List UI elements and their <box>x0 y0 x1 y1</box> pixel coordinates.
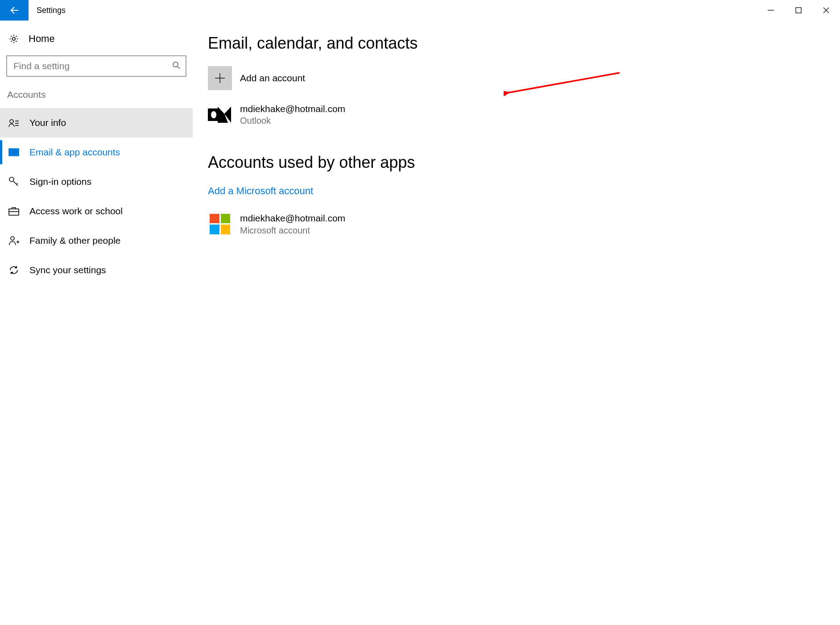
add-account-label: Add an account <box>240 73 305 83</box>
title-bar: Settings <box>0 0 840 21</box>
sidebar-item-label: Family & other people <box>29 235 120 246</box>
minimize-button[interactable] <box>757 0 785 21</box>
sidebar-item-access-work-school[interactable]: Access work or school <box>0 196 193 226</box>
search-icon <box>172 61 180 69</box>
svg-rect-13 <box>9 209 19 215</box>
sidebar-item-label: Sync your settings <box>29 265 106 275</box>
person-card-icon <box>8 118 19 127</box>
section-title-other-apps: Accounts used by other apps <box>208 153 840 172</box>
svg-point-25 <box>211 111 216 118</box>
briefcase-icon <box>8 207 19 216</box>
close-button[interactable] <box>812 0 840 21</box>
sidebar-category: Accounts <box>0 89 193 108</box>
add-microsoft-account-link[interactable]: Add a Microsoft account <box>208 185 313 197</box>
sidebar: Home Accounts Your info Email & app acco… <box>0 21 193 625</box>
svg-rect-1 <box>796 8 801 13</box>
sidebar-item-label: Your info <box>29 117 66 128</box>
people-plus-icon <box>8 236 19 246</box>
maximize-icon <box>795 7 802 13</box>
close-icon <box>823 7 829 13</box>
sidebar-home[interactable]: Home <box>0 33 193 55</box>
outlook-icon <box>208 104 232 125</box>
window-controls <box>757 0 840 21</box>
svg-point-4 <box>12 38 15 40</box>
svg-point-12 <box>9 177 14 182</box>
main-content: Email, calendar, and contacts Add an acc… <box>193 21 840 625</box>
sidebar-item-sign-in-options[interactable]: Sign-in options <box>0 167 193 196</box>
sidebar-item-label: Sign-in options <box>29 176 91 187</box>
sidebar-item-label: Email & app accounts <box>29 147 120 158</box>
sidebar-item-email-app-accounts[interactable]: Email & app accounts <box>0 138 193 167</box>
back-arrow-icon <box>9 5 19 15</box>
search-input[interactable] <box>12 60 172 72</box>
sidebar-home-label: Home <box>29 33 55 45</box>
svg-point-5 <box>173 62 178 67</box>
account-email: mdiekhake@hotmail.com <box>240 103 345 115</box>
back-button[interactable] <box>0 0 29 21</box>
gear-icon <box>8 33 19 44</box>
section-title-email: Email, calendar, and contacts <box>208 34 840 53</box>
sync-icon <box>9 265 19 275</box>
account-provider: Outlook <box>240 115 345 126</box>
window-title: Settings <box>29 0 66 21</box>
account-microsoft[interactable]: mdiekhake@hotmail.com Microsoft account <box>208 212 840 236</box>
add-account-button[interactable]: Add an account <box>208 66 840 90</box>
sidebar-item-your-info[interactable]: Your info <box>0 108 193 138</box>
account-outlook[interactable]: mdiekhake@hotmail.com Outlook <box>208 103 840 126</box>
account-email: mdiekhake@hotmail.com <box>240 212 345 224</box>
key-icon <box>8 176 19 187</box>
sidebar-item-sync-settings[interactable]: Sync your settings <box>0 255 193 285</box>
account-provider: Microsoft account <box>240 225 345 236</box>
plus-icon <box>208 66 232 90</box>
mail-icon <box>8 148 19 156</box>
svg-point-7 <box>10 120 13 123</box>
svg-line-6 <box>178 67 180 69</box>
search-box[interactable] <box>6 55 186 77</box>
sidebar-item-family-people[interactable]: Family & other people <box>0 226 193 255</box>
microsoft-logo-icon <box>210 214 230 234</box>
svg-point-15 <box>11 237 14 240</box>
minimize-icon <box>768 7 774 13</box>
sidebar-item-label: Access work or school <box>29 206 123 217</box>
maximize-button[interactable] <box>785 0 812 21</box>
